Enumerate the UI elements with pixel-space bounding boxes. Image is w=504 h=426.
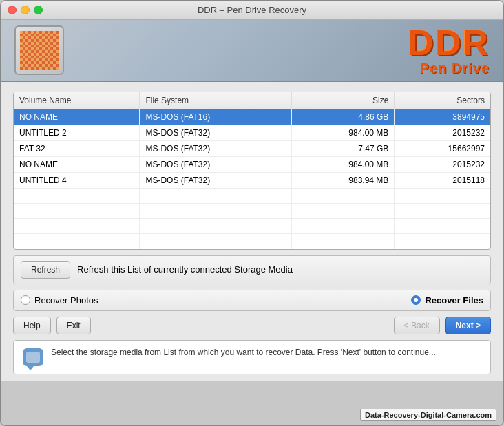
drive-table: Volume Name File System Size Sectors NO … bbox=[14, 92, 490, 249]
cell-sectors: 2015232 bbox=[395, 125, 490, 141]
refresh-description: Refresh this List of currently connected… bbox=[77, 264, 293, 275]
col-size: Size bbox=[291, 92, 394, 109]
title-bar: DDR – Pen Drive Recovery bbox=[1, 1, 503, 20]
footer-watermark: Data-Recovery-Digital-Camera.com bbox=[360, 409, 496, 421]
cell-sectors: 15662997 bbox=[395, 141, 490, 157]
next-button[interactable]: Next > bbox=[445, 317, 491, 334]
recover-photos-radio[interactable] bbox=[21, 295, 30, 305]
app-logo bbox=[14, 25, 64, 75]
main-content: Volume Name File System Size Sectors NO … bbox=[1, 82, 503, 381]
cell-volume-name: NO NAME bbox=[14, 157, 140, 173]
table-row[interactable]: UNTITLED 2 MS-DOS (FAT32) 984.00 MB 2015… bbox=[14, 125, 490, 141]
refresh-button[interactable]: Refresh bbox=[21, 261, 70, 279]
window-controls bbox=[8, 6, 43, 14]
app-header: DDR Pen Drive bbox=[1, 20, 503, 82]
table-row-empty bbox=[14, 189, 490, 204]
table-row[interactable]: UNTITLED 4 MS-DOS (FAT32) 983.94 MB 2015… bbox=[14, 173, 490, 189]
brand-ddr-text: DDR bbox=[408, 25, 490, 61]
info-icon bbox=[22, 346, 44, 368]
cell-file-system: MS-DOS (FAT16) bbox=[140, 109, 292, 125]
brand-sub-text: Pen Drive bbox=[408, 61, 490, 76]
table-row-empty bbox=[14, 204, 490, 219]
cell-size: 7.47 GB bbox=[291, 141, 394, 157]
col-volume-name: Volume Name bbox=[14, 92, 140, 109]
recovery-options-bar: Recover Photos Recover Files bbox=[13, 290, 491, 311]
cell-size: 983.94 MB bbox=[291, 173, 394, 189]
cell-volume-name: UNTITLED 4 bbox=[14, 173, 140, 189]
cell-size: 984.00 MB bbox=[291, 125, 394, 141]
table-row[interactable]: NO NAME MS-DOS (FAT32) 984.00 MB 2015232 bbox=[14, 157, 490, 173]
table-row[interactable]: FAT 32 MS-DOS (FAT32) 7.47 GB 15662997 bbox=[14, 141, 490, 157]
table-row-empty bbox=[14, 219, 490, 234]
cell-sectors: 3894975 bbox=[395, 109, 490, 125]
info-message: Select the storage media from List from … bbox=[51, 346, 482, 359]
refresh-bar: Refresh Refresh this List of currently c… bbox=[13, 255, 491, 284]
drive-table-container: Volume Name File System Size Sectors NO … bbox=[13, 92, 491, 250]
col-sectors: Sectors bbox=[395, 92, 490, 109]
help-button[interactable]: Help bbox=[13, 317, 51, 334]
table-header-row: Volume Name File System Size Sectors bbox=[14, 92, 490, 109]
cell-size: 984.00 MB bbox=[291, 157, 394, 173]
recover-photos-label: Recover Photos bbox=[34, 295, 98, 306]
cell-sectors: 2015118 bbox=[395, 173, 490, 189]
info-bar: Select the storage media from List from … bbox=[13, 340, 491, 374]
close-button[interactable] bbox=[8, 6, 17, 14]
cell-volume-name: UNTITLED 2 bbox=[14, 125, 140, 141]
col-file-system: File System bbox=[140, 92, 292, 109]
recover-files-option[interactable]: Recover Files bbox=[411, 295, 483, 306]
cell-file-system: MS-DOS (FAT32) bbox=[140, 173, 292, 189]
cell-file-system: MS-DOS (FAT32) bbox=[140, 125, 292, 141]
cell-size: 4.86 GB bbox=[291, 109, 394, 125]
cell-sectors: 2015232 bbox=[395, 157, 490, 173]
speech-bubble-inner bbox=[26, 352, 40, 363]
cell-file-system: MS-DOS (FAT32) bbox=[140, 157, 292, 173]
minimize-button[interactable] bbox=[21, 6, 30, 14]
window-title: DDR – Pen Drive Recovery bbox=[198, 5, 306, 15]
table-row[interactable]: NO NAME MS-DOS (FAT16) 4.86 GB 3894975 bbox=[14, 109, 490, 125]
cell-volume-name: FAT 32 bbox=[14, 141, 140, 157]
brand-area: DDR Pen Drive bbox=[408, 25, 490, 76]
exit-button[interactable]: Exit bbox=[56, 317, 91, 334]
cell-file-system: MS-DOS (FAT32) bbox=[140, 141, 292, 157]
back-button[interactable]: < Back bbox=[394, 317, 440, 334]
logo-icon bbox=[20, 31, 59, 70]
recover-files-label: Recover Files bbox=[425, 295, 483, 306]
maximize-button[interactable] bbox=[34, 6, 43, 14]
action-buttons: Help Exit < Back Next > bbox=[13, 317, 491, 334]
table-row-empty bbox=[14, 234, 490, 249]
speech-bubble-icon bbox=[23, 348, 43, 366]
recover-files-radio[interactable] bbox=[411, 295, 421, 305]
recover-photos-option[interactable]: Recover Photos bbox=[21, 295, 98, 306]
cell-volume-name: NO NAME bbox=[14, 109, 140, 125]
